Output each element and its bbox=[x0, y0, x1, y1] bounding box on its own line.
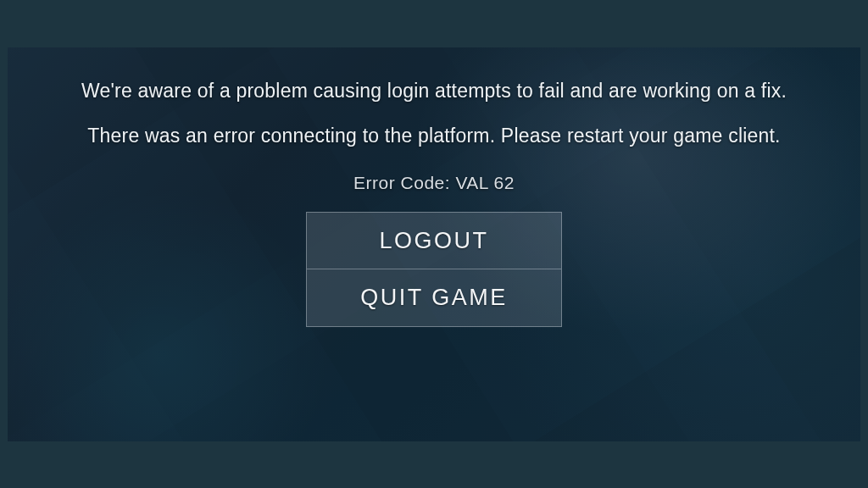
error-code-label: Error Code: VAL 62 bbox=[353, 173, 515, 193]
quit-game-button[interactable]: QUIT GAME bbox=[306, 269, 562, 327]
awareness-message: We're aware of a problem causing login a… bbox=[81, 80, 787, 103]
logout-button[interactable]: LOGOUT bbox=[306, 212, 562, 269]
error-dialog-frame: We're aware of a problem causing login a… bbox=[8, 47, 860, 441]
connection-error-message: There was an error connecting to the pla… bbox=[87, 125, 780, 147]
error-content: We're aware of a problem causing login a… bbox=[8, 47, 860, 441]
button-stack: LOGOUT QUIT GAME bbox=[306, 212, 562, 327]
